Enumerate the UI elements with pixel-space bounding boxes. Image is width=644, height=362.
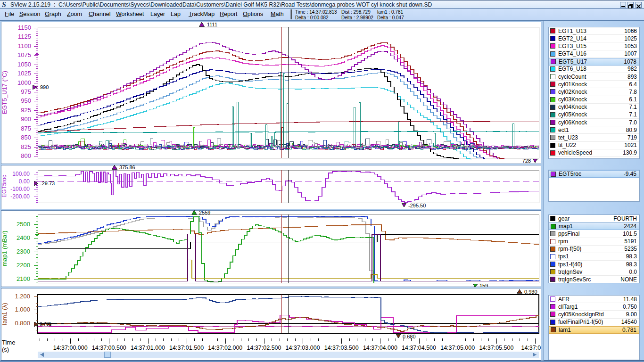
svg-text:14:37:01.000: 14:37:01.000 bbox=[131, 345, 165, 351]
svg-text:825: 825 bbox=[21, 143, 31, 150]
svg-text:1111: 1111 bbox=[207, 22, 217, 27]
svg-text:-100.00: -100.00 bbox=[10, 186, 30, 192]
svg-text:2500: 2500 bbox=[17, 221, 30, 228]
svg-text:375.86: 375.86 bbox=[119, 165, 135, 170]
svg-text:14:37:02.500: 14:37:02.500 bbox=[247, 345, 281, 351]
svg-text:2400: 2400 bbox=[17, 234, 30, 241]
svg-text:1125: 1125 bbox=[18, 33, 31, 40]
svg-text:925: 925 bbox=[21, 107, 31, 114]
svg-text:14:37:03.000: 14:37:03.000 bbox=[286, 345, 320, 351]
svg-text:0.680: 0.680 bbox=[403, 334, 416, 339]
svg-text:159: 159 bbox=[479, 283, 488, 287]
svg-text:-29.73: -29.73 bbox=[40, 181, 55, 186]
svg-text:-295.50: -295.50 bbox=[408, 203, 426, 208]
svg-text:1025: 1025 bbox=[17, 70, 31, 77]
svg-text:14:37:02.000: 14:37:02.000 bbox=[208, 345, 242, 351]
svg-text:2559: 2559 bbox=[199, 210, 210, 215]
svg-text:14:37:01.500: 14:37:01.500 bbox=[169, 345, 204, 351]
svg-text:0.701: 0.701 bbox=[40, 321, 51, 327]
svg-text:-200.00: -200.00 bbox=[10, 193, 30, 200]
svg-text:0.930: 0.930 bbox=[524, 289, 537, 295]
svg-text:1000: 1000 bbox=[17, 79, 31, 86]
svg-text:850: 850 bbox=[21, 134, 31, 141]
svg-text:1150: 1150 bbox=[18, 24, 31, 31]
svg-text:14:37:04.500: 14:37:04.500 bbox=[402, 345, 436, 351]
svg-text:975: 975 bbox=[21, 88, 31, 95]
svg-text:1100: 1100 bbox=[18, 42, 31, 49]
svg-text:0.00: 0.00 bbox=[19, 178, 30, 185]
svg-text:14:37:00.000: 14:37:00.000 bbox=[53, 345, 88, 351]
svg-text:800: 800 bbox=[21, 152, 31, 159]
svg-text:2200: 2200 bbox=[17, 262, 30, 269]
svg-text:14:37:04.000: 14:37:04.000 bbox=[363, 345, 397, 351]
svg-text:990: 990 bbox=[40, 84, 49, 90]
svg-text:0.800: 0.800 bbox=[15, 320, 30, 327]
svg-text:950: 950 bbox=[21, 97, 31, 104]
svg-text:14:37:05.000: 14:37:05.000 bbox=[440, 345, 475, 351]
svg-text:1.200: 1.200 bbox=[15, 293, 30, 300]
svg-text:728: 728 bbox=[522, 158, 531, 164]
svg-text:875: 875 bbox=[21, 125, 31, 132]
svg-text:1075: 1075 bbox=[17, 51, 31, 58]
svg-text:2300: 2300 bbox=[17, 248, 30, 255]
svg-text:1.000: 1.000 bbox=[15, 306, 30, 313]
svg-text:2100: 2100 bbox=[17, 275, 30, 282]
svg-text:1050: 1050 bbox=[17, 61, 31, 68]
svg-text:100.00: 100.00 bbox=[12, 171, 30, 177]
svg-text:14:37:00.500: 14:37:00.500 bbox=[92, 345, 126, 351]
svg-text:14:37:03.500: 14:37:03.500 bbox=[324, 345, 359, 351]
svg-text:14:37:06.0: 14:37:06.0 bbox=[521, 345, 541, 351]
svg-text:14:37:05.500: 14:37:05.500 bbox=[479, 345, 513, 351]
svg-text:900: 900 bbox=[21, 115, 31, 123]
